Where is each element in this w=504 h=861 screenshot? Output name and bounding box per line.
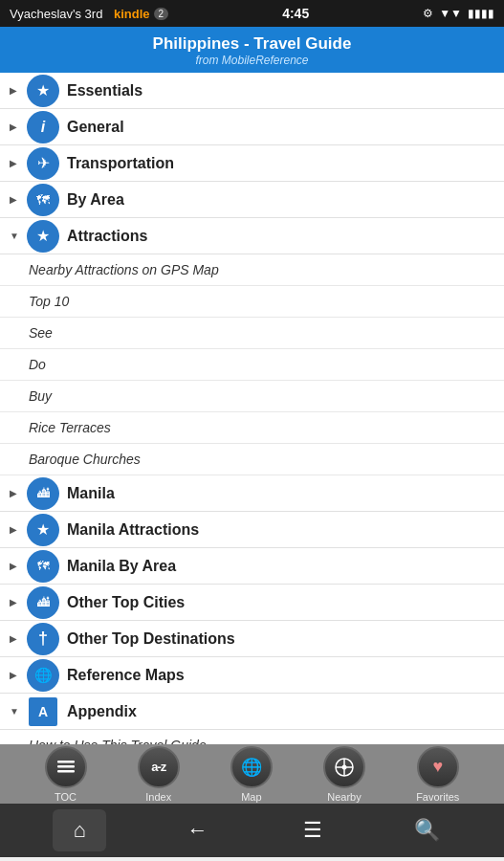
transportation-icon: ✈ [27, 147, 59, 180]
expand-arrow-ref-maps: ▶ [10, 670, 27, 680]
general-icon: i [27, 111, 59, 144]
expand-arrow-other-dest: ▶ [10, 633, 27, 644]
sidebar-item-other-top-cities[interactable]: ▶ 🏙 Other Top Cities [0, 585, 504, 621]
sidebar-item-general[interactable]: ▶ i General [0, 109, 504, 145]
sidebar-item-manila-attractions[interactable]: ▶ ★ Manila Attractions [0, 512, 504, 548]
nav-item-favorites[interactable]: ♥ Favorites [416, 746, 459, 803]
attractions-label: Attractions [67, 228, 147, 245]
sidebar-item-reference-maps[interactable]: ▶ 🌐 Reference Maps [0, 657, 504, 694]
expand-arrow-attractions: ▼ [10, 231, 27, 241]
list-item[interactable]: See [0, 318, 504, 349]
list-item[interactable]: How to Use This Travel Guide [0, 730, 504, 744]
device-type: kindle [114, 7, 150, 21]
toc-icon [45, 746, 87, 788]
battery-icon: ▮▮▮▮ [468, 7, 494, 20]
how-to-use-label: How to Use This Travel Guide [29, 738, 207, 744]
menu-icon: ☰ [303, 818, 322, 843]
status-time: 4:45 [282, 6, 309, 21]
sidebar-item-manila-byarea[interactable]: ▶ 🗺 Manila By Area [0, 548, 504, 585]
baroque-churches-label: Baroque Churches [29, 452, 141, 467]
page-title: Philippines - Travel Guide [0, 34, 504, 54]
page-subtitle: from MobileReference [0, 54, 504, 67]
svg-rect-2 [57, 770, 75, 773]
bottom-navigation: TOC a-z Index 🌐 Map Nearby ♥ Favori [0, 744, 504, 804]
sidebar-item-appendix[interactable]: ▼ A Appendix [0, 694, 504, 730]
nav-item-nearby[interactable]: Nearby [323, 746, 365, 803]
other-top-dest-label: Other Top Destinations [67, 630, 235, 648]
list-item[interactable]: Nearby Attractions on GPS Map [0, 254, 504, 286]
expand-arrow-essentials: ▶ [10, 85, 27, 96]
reference-maps-icon: 🌐 [27, 659, 59, 692]
status-bar: Vyacheslav's 3rd kindle 2 4:45 ⚙ ▼▼ ▮▮▮▮ [0, 0, 504, 27]
list-item[interactable]: Baroque Churches [0, 444, 504, 475]
map-icon: 🌐 [230, 746, 273, 788]
device-name: Vyacheslav's 3rd [10, 7, 102, 21]
status-device: Vyacheslav's 3rd kindle 2 [10, 7, 168, 21]
list-item[interactable]: Rice Terraces [0, 412, 504, 444]
home-button[interactable]: ⌂ [53, 809, 106, 851]
manila-attractions-label: Manila Attractions [67, 521, 199, 539]
back-button[interactable]: ← [173, 806, 221, 854]
nearby-label: Nearby [327, 791, 361, 803]
manila-icon: 🏙 [27, 477, 59, 510]
list-item[interactable]: Do [0, 349, 504, 381]
reference-maps-label: Reference Maps [67, 667, 185, 684]
top10-label: Top 10 [29, 294, 69, 309]
svg-point-6 [341, 764, 346, 769]
sidebar-item-attractions[interactable]: ▼ ★ Attractions [0, 218, 504, 254]
list-item[interactable]: Top 10 [0, 286, 504, 318]
sidebar-item-other-top-dest[interactable]: ▶ † Other Top Destinations [0, 621, 504, 657]
manila-attractions-icon: ★ [27, 514, 59, 546]
nav-item-toc[interactable]: TOC [45, 746, 87, 803]
sidebar-item-essentials[interactable]: ▶ ★ Essentials [0, 73, 504, 109]
search-button[interactable]: 🔍 [404, 806, 451, 854]
favorites-label: Favorites [416, 791, 459, 803]
menu-button[interactable]: ☰ [289, 806, 337, 854]
expand-arrow-manila-byarea: ▶ [10, 561, 27, 571]
expand-arrow-transportation: ▶ [10, 158, 27, 168]
svg-rect-0 [57, 761, 75, 763]
page-header: Philippines - Travel Guide from MobileRe… [0, 27, 504, 73]
nav-item-map[interactable]: 🌐 Map [230, 746, 273, 803]
appendix-label: Appendix [67, 703, 137, 720]
rice-terraces-label: Rice Terraces [29, 420, 111, 435]
essentials-icon: ★ [27, 75, 59, 107]
notification-badge: 2 [154, 8, 169, 20]
search-icon: 🔍 [414, 818, 440, 843]
sidebar-item-byarea[interactable]: ▶ 🗺 By Area [0, 182, 504, 218]
index-label: Index [145, 791, 171, 803]
sidebar-item-transportation[interactable]: ▶ ✈ Transportation [0, 145, 504, 182]
other-cities-icon: 🏙 [27, 586, 59, 619]
attractions-icon: ★ [27, 220, 59, 253]
manila-label: Manila [67, 485, 115, 502]
see-label: See [29, 325, 53, 341]
appendix-icon: A [27, 695, 59, 728]
expand-arrow-other-cities: ▶ [10, 597, 27, 607]
other-dest-icon: † [27, 623, 59, 655]
favorites-icon: ♥ [417, 746, 459, 788]
nearby-icon [323, 746, 365, 788]
nav-item-index[interactable]: a-z Index [138, 746, 180, 803]
map-label: Map [241, 791, 261, 803]
other-top-cities-label: Other Top Cities [67, 594, 185, 611]
expand-arrow-manila: ▶ [10, 488, 27, 498]
expand-arrow-appendix: ▼ [10, 706, 27, 717]
byarea-icon: 🗺 [27, 184, 59, 216]
wifi-icon: ▼▼ [439, 7, 462, 20]
manila-byarea-label: Manila By Area [67, 558, 176, 575]
action-bar: ⌂ ← ☰ 🔍 [0, 804, 504, 857]
list-item[interactable]: Buy [0, 381, 504, 412]
toc-label: TOC [55, 791, 77, 803]
nearby-attractions-label: Nearby Attractions on GPS Map [29, 262, 219, 277]
do-label: Do [29, 357, 46, 372]
expand-arrow-byarea: ▶ [10, 194, 27, 205]
general-label: General [67, 119, 124, 136]
buy-label: Buy [29, 388, 52, 404]
content-area: ▶ ★ Essentials ▶ i General ▶ ✈ Transport… [0, 73, 504, 744]
expand-arrow-general: ▶ [10, 121, 27, 132]
manila-byarea-icon: 🗺 [27, 550, 59, 583]
essentials-label: Essentials [67, 82, 142, 99]
byarea-label: By Area [67, 191, 124, 209]
sidebar-item-manila[interactable]: ▶ 🏙 Manila [0, 475, 504, 512]
status-icons: ⚙ ▼▼ ▮▮▮▮ [423, 7, 494, 20]
